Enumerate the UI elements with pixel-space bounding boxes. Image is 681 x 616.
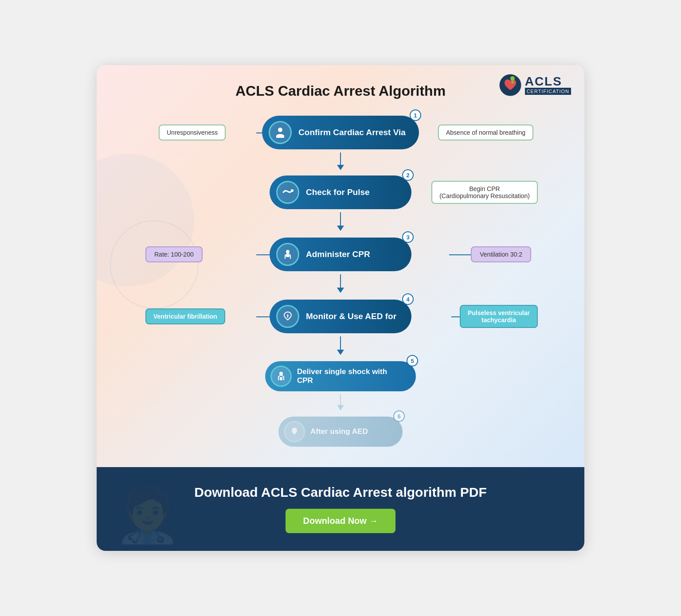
download-button[interactable]: Download Now → [286,509,396,533]
step-2-number: 2 [402,169,414,181]
bottom-bg-decoration: 🧑‍⚕️ [114,484,181,546]
logo-cert-label: CERTIFICATION [525,88,571,95]
step4-left-box: Ventricular fibrillation [145,308,225,324]
step-5-icon [270,366,292,387]
connector-2-3 [114,212,567,234]
step-3-row: Administer CPR 3 Rate: 100-200 Ventilati… [114,234,567,274]
step-5-row: Deliver single shock with CPR 5 [114,359,567,394]
step3-left-box: Rate: 100-200 [145,246,203,262]
svg-point-1 [510,76,515,81]
page-wrapper: ACLS CERTIFICATION ACLS Cardiac Arrest A… [97,65,584,551]
step-2-node: Check for Pulse 2 [270,175,411,209]
step-5-number: 5 [407,355,418,366]
step-6-node: After using AED 6 [278,417,403,447]
step-2-icon [276,181,299,204]
connector-1-2 [114,152,567,172]
step-4-number: 4 [402,293,414,305]
svg-rect-11 [280,377,282,380]
step-1-node: Confirm Cardiac Arrest Via 1 [262,116,419,149]
logo-acls-label: ACLS [525,75,571,88]
download-title: Download ACLS Cardiac Arrest algorithm P… [114,485,567,500]
step-5-label: Deliver single shock with CPR [297,367,405,385]
top-section: ACLS CERTIFICATION ACLS Cardiac Arrest A… [97,65,584,467]
step-6-icon [284,421,305,442]
step-3-number: 3 [402,231,414,243]
step-6-number: 6 [393,410,405,422]
step-1-row: Unresponsiveness Confirm Cardiac Arrest … [114,113,567,152]
connector-4-5 [114,336,567,359]
step-4-row: Monitor & Use AED for 4 Ventricular fibr… [114,296,567,336]
svg-point-5 [291,189,294,192]
connector-5-6 [114,394,567,414]
step-2-row: Check for Pulse 2 Begin CPR (Cardiopulmo… [114,172,567,212]
step-2-label: Check for Pulse [306,187,370,197]
logo-area: ACLS CERTIFICATION [499,74,571,96]
connector-3-4 [114,274,567,296]
logo-icon [499,74,521,96]
step-5-node: Deliver single shock with CPR 5 [265,361,416,391]
step-1-number: 1 [410,109,421,121]
step2-right-box: Begin CPR (Cardiopulmonary Resuscitation… [431,181,538,204]
step-3-label: Administer CPR [306,250,370,259]
step-6-label: After using AED [310,427,368,436]
step-6-row: After using AED 6 [114,414,567,449]
step1-right-box: Absence of normal breathing [438,125,533,140]
step-1-label: Confirm Cardiac Arrest Via [298,128,406,137]
step-4-icon [276,305,299,328]
step-3-icon [276,243,299,266]
step-4-label: Monitor & Use AED for [306,312,396,321]
step-3-node: Administer CPR 3 [270,238,411,271]
step-1-icon [269,121,292,144]
svg-marker-8 [287,314,289,316]
flow-container: Unresponsiveness Confirm Cardiac Arrest … [114,113,567,449]
logo-text: ACLS CERTIFICATION [525,75,571,95]
bottom-section: 🧑‍⚕️ Download ACLS Cardiac Arrest algori… [97,467,584,551]
step-4-node: Monitor & Use AED for 4 [270,300,411,333]
step4-right-box: Pulseless ventricular tachycardia [460,305,538,328]
step1-left-box: Unresponsiveness [159,125,226,140]
svg-point-4 [278,128,282,132]
step3-right-box: Ventilation 30:2 [471,246,531,262]
